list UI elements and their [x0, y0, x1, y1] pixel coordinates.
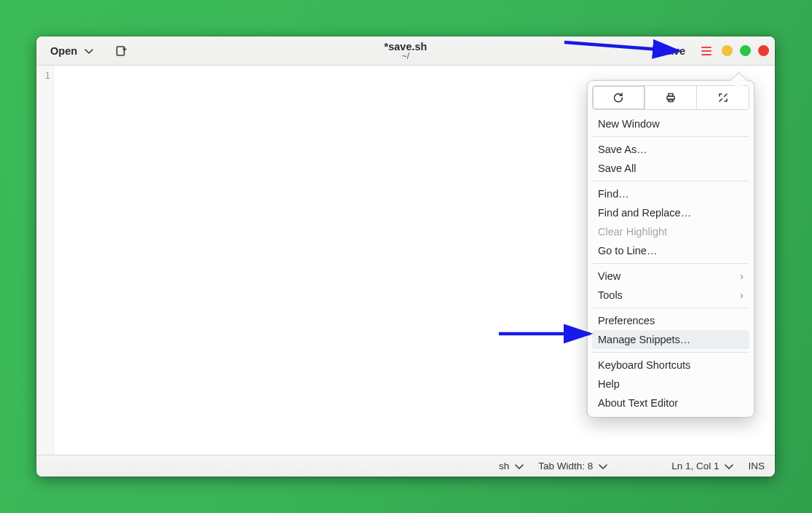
editor-window: Open *save.sh ~/ Save 1: [36, 36, 775, 477]
chevron-down-icon: [723, 461, 735, 472]
print-button[interactable]: [645, 85, 698, 110]
save-button[interactable]: Save: [655, 42, 691, 60]
chevron-right-icon: ›: [740, 289, 744, 301]
new-document-icon: [115, 45, 127, 57]
menu-save-all[interactable]: Save All: [592, 159, 749, 178]
language-selector[interactable]: sh: [499, 461, 525, 472]
close-button[interactable]: [758, 45, 769, 56]
menu-new-window[interactable]: New Window: [592, 114, 749, 133]
new-tab-button[interactable]: [109, 40, 133, 62]
separator: [592, 263, 749, 264]
titlebar: Open *save.sh ~/ Save: [36, 36, 775, 66]
menu-tools[interactable]: Tools›: [592, 286, 749, 305]
hamburger-popover: New Window Save As… Save All Find… Find …: [587, 80, 754, 418]
menu-find[interactable]: Find…: [592, 184, 749, 203]
line-number: 1: [36, 70, 50, 81]
cursor-position[interactable]: Ln 1, Col 1: [671, 461, 735, 472]
reload-button[interactable]: [592, 85, 645, 110]
minimize-button[interactable]: [722, 45, 733, 56]
menu-goto-line[interactable]: Go to Line…: [592, 241, 749, 260]
menu-view[interactable]: View›: [592, 267, 749, 286]
menu-preferences[interactable]: Preferences: [592, 311, 749, 330]
open-button-label: Open: [50, 45, 77, 57]
separator: [592, 352, 749, 353]
svg-rect-2: [669, 94, 673, 97]
hamburger-menu-button[interactable]: [698, 43, 714, 59]
tab-width-selector[interactable]: Tab Width: 8: [538, 461, 609, 472]
print-icon: [665, 92, 677, 103]
menu-icon: [701, 47, 712, 48]
chevron-right-icon: ›: [740, 270, 744, 282]
menu-manage-snippets[interactable]: Manage Snippets…: [592, 330, 749, 349]
reload-icon: [612, 92, 624, 103]
chevron-down-icon: [513, 461, 525, 472]
insert-mode[interactable]: INS: [748, 461, 765, 471]
menu-keyboard-shortcuts[interactable]: Keyboard Shortcuts: [592, 356, 749, 375]
popover-icon-row: [592, 85, 749, 110]
maximize-button[interactable]: [740, 45, 751, 56]
chevron-down-icon: [597, 461, 609, 472]
fullscreen-icon: [717, 92, 729, 103]
language-label: sh: [499, 461, 509, 471]
menu-about[interactable]: About Text Editor: [592, 393, 749, 412]
open-button[interactable]: Open: [42, 40, 103, 62]
statusbar: sh Tab Width: 8 Ln 1, Col 1 INS: [36, 455, 775, 477]
menu-clear-highlight: Clear Highlight: [592, 222, 749, 241]
fullscreen-button[interactable]: [697, 85, 749, 110]
separator: [592, 136, 749, 137]
menu-help[interactable]: Help: [592, 375, 749, 393]
line-gutter: 1: [36, 66, 54, 455]
svg-rect-0: [117, 47, 125, 55]
cursor-position-label: Ln 1, Col 1: [671, 461, 719, 471]
chevron-down-icon: [83, 45, 95, 57]
separator: [592, 308, 749, 308]
tab-width-label: Tab Width: 8: [538, 461, 593, 471]
menu-save-as[interactable]: Save As…: [592, 140, 749, 159]
insert-mode-label: INS: [748, 461, 765, 471]
menu-find-replace[interactable]: Find and Replace…: [592, 203, 749, 222]
separator: [592, 181, 749, 181]
